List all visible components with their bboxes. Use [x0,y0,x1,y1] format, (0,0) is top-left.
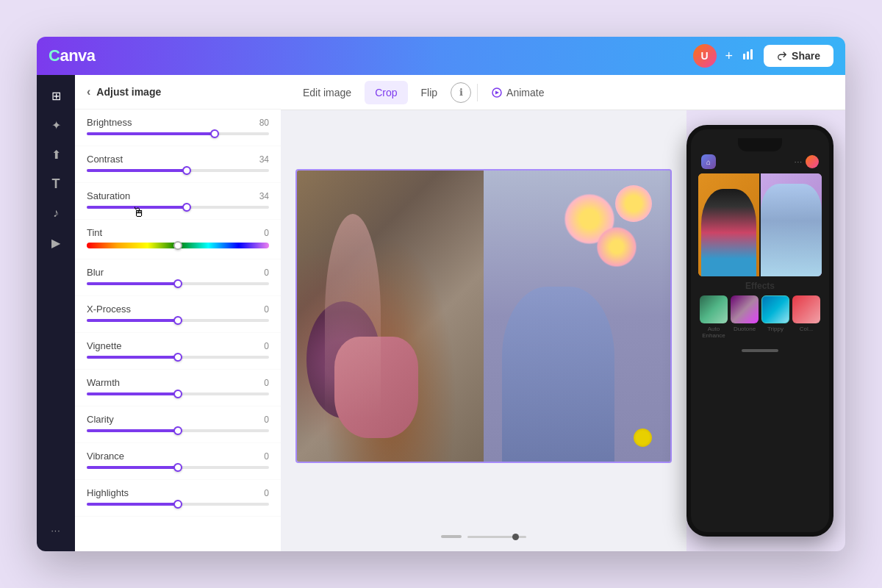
info-button[interactable]: ℹ [451,82,471,103]
blur-track[interactable] [87,282,269,285]
svg-rect-2 [750,49,753,60]
contrast-slider-container: Contrast 34 [75,146,281,183]
effect-auto-label: Auto Enhance [700,326,728,339]
sidebar-item-grid[interactable]: ⊞ [43,82,69,109]
clarity-slider-container: Clarity 0 [75,406,281,443]
tint-label: Tint [87,227,102,238]
image-left-panel [297,171,484,462]
top-toolbar: Edit image Crop Flip ℹ Animate [281,75,845,110]
effect-auto-enhance[interactable]: Auto Enhance [700,295,728,339]
brightness-label: Brightness [87,117,132,128]
canvas-bottom [281,522,686,551]
toolbar-divider [477,84,478,101]
phone-canvas [698,173,822,276]
blur-value: 0 [251,268,269,278]
phone-canvas-left [698,173,759,276]
phone-more-dots[interactable]: ··· [795,158,803,166]
icon-sidebar: ⊞ ✦ ⬆ T ♪ ▶ ··· [37,75,75,551]
svg-rect-1 [747,51,749,60]
sidebar-item-music[interactable]: ♪ [43,200,69,226]
vibrance-slider-container: Vibrance 0 [75,443,281,480]
saturation-slider-container: Saturation 34 🖱 [75,183,281,220]
animate-button[interactable]: Animate [484,82,551,103]
phone-notch [738,138,782,151]
header: Canva U + Share [37,37,845,75]
effect-trippy-label: Trippy [767,326,784,332]
sidebar-item-text[interactable]: T [43,171,69,197]
sidebar-item-video[interactable]: ▶ [43,229,69,256]
blur-slider-container: Blur 0 [75,259,281,296]
vignette-value: 0 [251,341,269,351]
canva-logo: Canva [49,46,96,65]
phone-canvas-right [761,173,822,276]
sidebar-item-elements[interactable]: ✦ [43,112,69,138]
effect-duotone[interactable]: Duotone [731,295,759,339]
adjust-panel-header: ‹ Adjust image [75,75,281,110]
highlights-label: Highlights [87,487,129,498]
highlights-slider-container: Highlights 0 [75,480,281,517]
clarity-track[interactable] [87,429,269,432]
xprocess-value: 0 [251,304,269,315]
saturation-value: 34 [251,191,269,201]
brightness-value: 80 [251,118,269,128]
warmth-track[interactable] [87,392,269,395]
contrast-track[interactable] [87,169,269,172]
canvas-image[interactable] [295,169,672,463]
highlights-value: 0 [251,488,269,498]
tab-crop[interactable]: Crop [365,81,407,104]
back-button[interactable]: ‹ [87,85,90,98]
clarity-value: 0 [251,415,269,425]
vignette-track[interactable] [87,356,269,359]
effect-duotone-label: Duotone [734,326,756,332]
share-button[interactable]: Share [764,45,833,67]
warmth-slider-container: Warmth 0 [75,370,281,406]
tint-value: 0 [251,228,269,238]
clarity-label: Clarity [87,414,114,425]
phone-home-icon: ⌂ [701,154,716,169]
tint-slider-container: Tint 0 [75,220,281,259]
vibrance-value: 0 [251,451,269,462]
adjust-panel-title: Adjust image [96,86,161,98]
adjust-panel: ‹ Adjust image Brightness 80 Contrast 34 [75,75,281,551]
sidebar-item-upload[interactable]: ⬆ [43,141,69,168]
vibrance-label: Vibrance [87,451,124,462]
tab-flip[interactable]: Flip [411,81,448,104]
phone-home-bar [742,349,778,352]
blur-label: Blur [87,267,104,278]
saturation-label: Saturation [87,190,130,201]
tab-edit-image[interactable]: Edit image [293,81,362,104]
canvas-area [281,110,686,551]
avatar[interactable]: U [693,44,717,68]
xprocess-track[interactable] [87,319,269,322]
xprocess-label: X-Process [87,304,131,315]
phone-header: ⌂ ··· [697,154,823,173]
effect-col4-label: Col... [800,326,814,332]
vignette-slider-container: Vignette 0 [75,333,281,370]
highlights-track[interactable] [87,503,269,506]
add-to-team-button[interactable]: + [725,49,734,64]
main-area: ⊞ ✦ ⬆ T ♪ ▶ ··· ‹ Adjust image Brightnes… [37,75,845,551]
stats-icon[interactable] [742,48,755,65]
bottom-handle[interactable] [441,535,462,538]
sidebar-item-more[interactable]: ··· [43,517,69,544]
phone-effects-title: Effects [700,281,820,291]
image-right-panel [484,171,670,462]
phone-mockup: ⌂ ··· [686,125,833,537]
canvas-content [281,110,686,522]
phone-bottom-bar [697,339,823,354]
app-container: Canva U + Share ⊞ ✦ ⬆ T ♪ ▶ ··· [37,37,845,551]
animate-label: Animate [506,87,544,98]
phone-avatar[interactable] [806,155,819,168]
tint-track[interactable] [87,243,269,248]
brightness-slider-container: Brightness 80 [75,110,281,146]
phone-effects-section: Effects Auto Enhance Duotone [697,276,823,339]
effect-trippy[interactable]: Trippy [761,295,789,339]
saturation-track[interactable] [87,206,269,209]
warmth-label: Warmth [87,377,120,388]
effect-col4[interactable]: Col... [792,295,820,339]
brightness-track[interactable] [87,132,269,135]
warmth-value: 0 [251,378,269,388]
vibrance-track[interactable] [87,466,269,469]
zoom-indicator [467,536,526,538]
contrast-value: 34 [251,154,269,165]
